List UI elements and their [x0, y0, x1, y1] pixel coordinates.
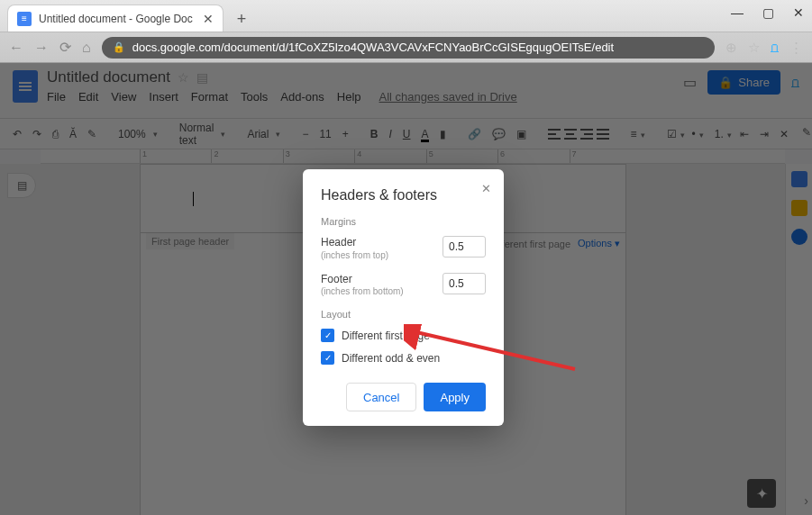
tasks-addon-icon[interactable]	[791, 229, 807, 245]
line-spacing-icon[interactable]: ≡	[631, 128, 645, 140]
menu-insert[interactable]: Insert	[149, 90, 178, 104]
lock-icon: 🔒	[113, 41, 125, 53]
font-dropdown[interactable]: Arial	[247, 128, 280, 140]
side-panel	[785, 164, 812, 515]
link-icon[interactable]: 🔗	[468, 128, 481, 140]
window-close[interactable]: ✕	[792, 5, 805, 20]
insert-image-icon[interactable]: ▣	[516, 128, 526, 140]
star-icon[interactable]: ☆	[178, 70, 189, 85]
save-status[interactable]: All changes saved in Drive	[379, 90, 517, 104]
indent-decrease-icon[interactable]: ⇤	[740, 128, 749, 140]
different-first-page-checkbox[interactable]: ✓ Different first page	[321, 329, 486, 342]
styles-dropdown[interactable]: Normal text	[179, 122, 226, 147]
page-zoom-icon[interactable]: ⊕	[725, 40, 737, 56]
nav-back-icon[interactable]: ←	[9, 40, 23, 56]
menu-addons[interactable]: Add-ons	[280, 90, 324, 104]
checkbox-checked-icon: ✓	[321, 329, 334, 342]
url-input[interactable]: 🔒 docs.google.com/document/d/1fCoXZ5Izo4…	[102, 37, 715, 59]
header-margin-input[interactable]	[442, 236, 486, 258]
bold-icon[interactable]: B	[370, 128, 379, 140]
clear-format-icon[interactable]: ✕	[780, 128, 789, 140]
editing-mode-icon[interactable]: ✎	[799, 126, 812, 142]
header-margin-label: Header	[321, 236, 388, 250]
window-minimize[interactable]: —	[731, 5, 744, 20]
menu-edit[interactable]: Edit	[78, 90, 98, 104]
align-left-icon[interactable]	[548, 129, 561, 140]
number-list-icon[interactable]: 1.	[715, 128, 729, 140]
header-options-dropdown[interactable]: Options ▾	[578, 238, 620, 249]
font-increase[interactable]: +	[342, 128, 349, 140]
docs-toolbar: ↶ ↷ ⎙ Ă ✎ 100% Normal text Arial − 11 + …	[0, 119, 812, 149]
indent-increase-icon[interactable]: ⇥	[760, 128, 769, 140]
ruler-tick: 3	[283, 149, 354, 163]
account-icon[interactable]: ⩍	[791, 73, 799, 92]
bullet-list-icon[interactable]: •	[692, 128, 704, 140]
ruler-tick: 4	[354, 149, 425, 163]
checklist-icon[interactable]: ☑	[667, 128, 681, 140]
apply-button[interactable]: Apply	[424, 383, 486, 411]
docs-favicon: ≡	[17, 12, 32, 26]
nav-reload-icon[interactable]: ⟳	[59, 39, 71, 56]
header-zone-label: First page header	[146, 233, 234, 249]
headers-footers-dialog: ✕ Headers & footers Margins Header (inch…	[303, 169, 504, 426]
side-panel-collapse-icon[interactable]: ›	[804, 493, 808, 508]
menu-tools[interactable]: Tools	[241, 90, 268, 104]
tab-close-icon[interactable]: ✕	[203, 12, 214, 26]
docs-logo-icon[interactable]	[13, 70, 38, 103]
highlight-icon[interactable]: ▮	[440, 128, 446, 140]
zoom-dropdown[interactable]: 100%	[118, 128, 158, 140]
nav-home-icon[interactable]: ⌂	[82, 40, 91, 56]
share-button[interactable]: 🔒 Share	[707, 70, 780, 95]
redo-icon[interactable]: ↷	[32, 128, 41, 140]
font-decrease[interactable]: −	[302, 128, 308, 140]
lock-icon: 🔒	[718, 76, 733, 89]
different-odd-even-checkbox[interactable]: ✓ Different odd & even	[321, 351, 486, 365]
checkbox-label: Different first page	[342, 330, 430, 342]
explore-button[interactable]: ✦	[747, 479, 776, 508]
spellcheck-icon[interactable]: Ă	[69, 128, 77, 140]
browser-address-bar: ← → ⟳ ⌂ 🔒 docs.google.com/document/d/1fC…	[0, 32, 812, 63]
outline-toggle-icon[interactable]: ▤	[7, 173, 36, 198]
ruler-tick: 7	[570, 149, 641, 163]
menu-view[interactable]: View	[111, 90, 136, 104]
add-comment-icon[interactable]: 💬	[492, 128, 506, 140]
keep-addon-icon[interactable]	[791, 200, 807, 216]
browser-tab[interactable]: ≡ Untitled document - Google Doc ✕	[7, 5, 224, 32]
browser-menu-icon[interactable]: ⋮	[789, 40, 803, 56]
wavebox-icon[interactable]: ⩍	[771, 38, 779, 57]
text-cursor	[193, 192, 194, 206]
text-color-icon[interactable]: A	[421, 128, 428, 140]
menu-help[interactable]: Help	[337, 90, 361, 104]
ruler[interactable]: 1 2 3 4 5 6 7	[41, 149, 785, 164]
move-folder-icon[interactable]: ▤	[196, 70, 208, 85]
align-justify-icon[interactable]	[597, 129, 609, 140]
share-label: Share	[738, 76, 770, 89]
cancel-button[interactable]: Cancel	[346, 383, 416, 411]
ruler-tick: 1	[140, 149, 211, 163]
underline-icon[interactable]: U	[403, 128, 411, 140]
footer-margin-input[interactable]	[442, 273, 486, 294]
paint-format-icon[interactable]: ✎	[87, 128, 96, 140]
italic-icon[interactable]: I	[388, 128, 391, 140]
align-right-icon[interactable]	[580, 129, 593, 140]
align-center-icon[interactable]	[564, 129, 577, 140]
dialog-close-icon[interactable]: ✕	[481, 182, 491, 195]
ruler-tick: 6	[497, 149, 569, 163]
margins-section-label: Margins	[321, 216, 486, 227]
undo-icon[interactable]: ↶	[13, 128, 22, 140]
menu-bar: File Edit View Insert Format Tools Add-o…	[47, 90, 517, 104]
nav-forward-icon[interactable]: →	[34, 40, 49, 56]
url-text: docs.google.com/document/d/1fCoXZ5Izo4QW…	[132, 41, 614, 54]
ruler-tick: 2	[211, 149, 282, 163]
document-title[interactable]: Untitled document	[47, 68, 170, 86]
menu-format[interactable]: Format	[191, 90, 228, 104]
tab-title: Untitled document - Google Doc	[39, 13, 203, 25]
open-comments-icon[interactable]: ▭	[683, 74, 697, 91]
menu-file[interactable]: File	[47, 90, 66, 104]
font-size-input[interactable]: 11	[319, 128, 331, 140]
window-maximize[interactable]: ▢	[762, 5, 774, 20]
new-tab-button[interactable]: +	[229, 6, 254, 32]
print-icon[interactable]: ⎙	[52, 128, 59, 140]
bookmark-star-icon[interactable]: ☆	[748, 40, 760, 56]
calendar-addon-icon[interactable]	[791, 171, 807, 187]
